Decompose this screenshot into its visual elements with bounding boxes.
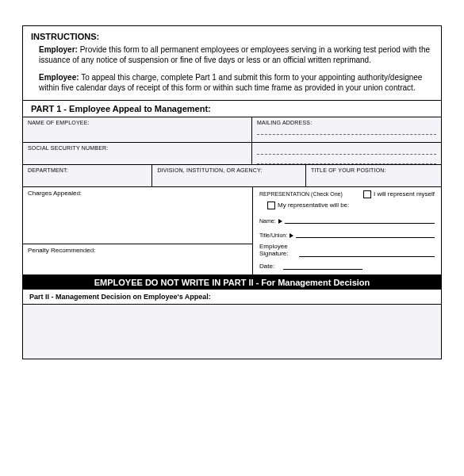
rep-other-option[interactable]: My representative will be:: [259, 202, 435, 209]
rep-name-field[interactable]: [285, 216, 435, 224]
title-label: TITLE OF YOUR POSITION:: [311, 167, 436, 173]
mailing-label: MAILING ADDRESS:: [257, 120, 436, 125]
arrow-icon: [290, 233, 293, 238]
employer-text: Provide this form to all permanent emplo…: [39, 45, 430, 65]
representation-section: REPRESENTATION (Check One) I will repres…: [252, 187, 441, 274]
division-label: DIVISION, INSTITUTION, OR AGENCY:: [157, 167, 301, 173]
rep-name-row: Name:: [259, 216, 435, 224]
rep-heading: REPRESENTATION (Check One): [259, 191, 343, 197]
row-name-mailing: NAME OF EMPLOYEE: MAILING ADDRESS:: [23, 117, 441, 143]
employee-instruction: Employee: To appeal this charge, complet…: [31, 72, 433, 94]
date-label: Date:: [259, 263, 283, 270]
row-ssn: SOCIAL SECURITY NUMBER:: [23, 143, 441, 165]
signature-field[interactable]: [299, 249, 435, 257]
instructions-title: INSTRUCTIONS:: [31, 31, 433, 43]
ssn-cell[interactable]: SOCIAL SECURITY NUMBER:: [23, 143, 252, 165]
dept-cell[interactable]: DEPARTMENT:: [23, 165, 152, 187]
checkbox-self-icon[interactable]: [363, 190, 371, 198]
rep-other-text: My representative will be:: [278, 202, 349, 209]
checkbox-other-icon[interactable]: [267, 202, 275, 209]
signature-label: Employee Signature:: [259, 243, 299, 257]
signature-row: Employee Signature:: [259, 243, 435, 257]
employee-text: To appeal this charge, complete Part 1 a…: [39, 73, 422, 93]
arrow-icon: [278, 219, 282, 224]
charges-left: Charges Appealed: Penalty Recommended:: [23, 187, 252, 274]
title-cell[interactable]: TITLE OF YOUR POSITION:: [306, 165, 441, 187]
date-field[interactable]: [283, 262, 362, 270]
employer-label: Employer:: [39, 45, 78, 54]
rep-heading-row: REPRESENTATION (Check One) I will repres…: [259, 190, 435, 198]
rep-self-text: I will represent myself: [374, 190, 435, 198]
row-dept: DEPARTMENT: DIVISION, INSTITUTION, OR AG…: [23, 165, 441, 187]
mailing-line-1[interactable]: [257, 127, 436, 135]
mailing-line-2[interactable]: [257, 147, 436, 155]
mailing-cell-cont[interactable]: [252, 143, 441, 165]
instructions-section: INSTRUCTIONS: Employer: Provide this for…: [23, 26, 441, 100]
name-cell[interactable]: NAME OF EMPLOYEE:: [23, 117, 252, 143]
penalty-label: Penalty Recommended:: [28, 247, 247, 254]
charges-cell[interactable]: Charges Appealed:: [23, 187, 252, 244]
rep-name-label: Name:: [259, 218, 276, 224]
rep-self-option[interactable]: I will represent myself: [363, 190, 435, 198]
charges-label: Charges Appealed:: [28, 190, 247, 197]
penalty-cell[interactable]: Penalty Recommended:: [23, 244, 252, 274]
rep-title-row: Title/Union:: [259, 230, 435, 238]
division-cell[interactable]: DIVISION, INSTITUTION, OR AGENCY:: [152, 165, 306, 187]
part2-heading: Part II - Management Decision on Employe…: [23, 290, 441, 305]
ssn-label: SOCIAL SECURITY NUMBER:: [28, 145, 247, 151]
part1-heading: PART 1 - Employee Appeal to Management:: [23, 100, 441, 117]
name-label: NAME OF EMPLOYEE:: [28, 120, 247, 125]
date-row: Date:: [259, 262, 435, 270]
rep-title-field[interactable]: [296, 230, 435, 238]
mailing-line-3[interactable]: [257, 156, 436, 164]
dept-label: DEPARTMENT:: [28, 167, 147, 173]
charges-row: Charges Appealed: Penalty Recommended: R…: [23, 187, 441, 275]
employee-label: Employee:: [39, 73, 79, 82]
rep-title-label: Title/Union:: [259, 232, 287, 238]
mailing-cell[interactable]: MAILING ADDRESS:: [252, 117, 441, 143]
form-container: INSTRUCTIONS: Employer: Provide this for…: [22, 25, 442, 359]
employer-instruction: Employer: Provide this form to all perma…: [31, 44, 433, 66]
black-bar: EMPLOYEE DO NOT WRITE IN PART II - For M…: [23, 275, 441, 290]
part2-body[interactable]: [23, 305, 441, 359]
